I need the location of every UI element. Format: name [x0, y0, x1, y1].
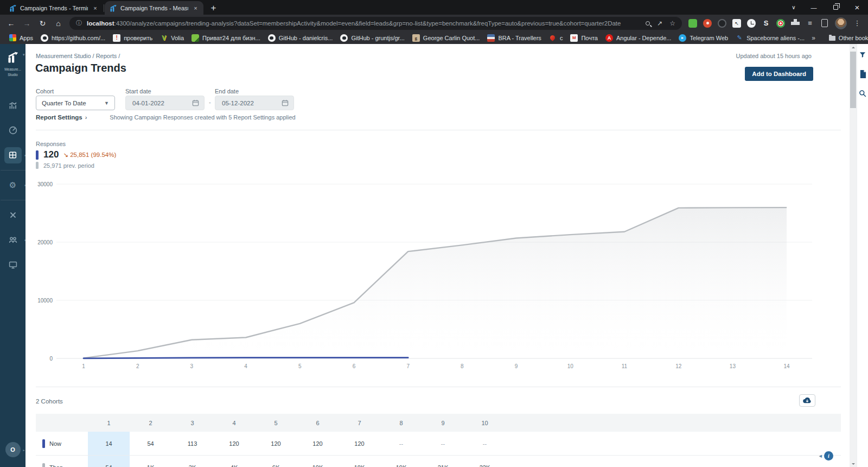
- sidebar-item-analytics[interactable]: [4, 97, 22, 113]
- window-close-button[interactable]: ×: [846, 0, 868, 15]
- zoom-icon[interactable]: [646, 21, 650, 26]
- forward-button[interactable]: →: [20, 16, 34, 30]
- table-cell[interactable]: 14: [88, 432, 130, 455]
- white-cursor-extension-icon[interactable]: ↖: [732, 19, 741, 28]
- info-icon[interactable]: i: [824, 451, 833, 460]
- table-cell[interactable]: --: [380, 432, 422, 455]
- table-cell[interactable]: 21K: [422, 456, 464, 467]
- github-favicon: [41, 34, 48, 42]
- vertical-scrollbar[interactable]: [850, 44, 857, 467]
- window-minimize-button[interactable]: —: [803, 0, 825, 15]
- bookmark-item[interactable]: Приват24 для бизн...: [188, 33, 264, 43]
- bookmark-item[interactable]: !проверить: [109, 33, 156, 43]
- bookmark-item[interactable]: AAngular - Depende...: [602, 33, 675, 43]
- table-cell[interactable]: 113: [171, 432, 213, 455]
- bookmark-star-icon[interactable]: ☆: [669, 20, 675, 27]
- table-header-cell: 4: [213, 414, 255, 432]
- table-cell[interactable]: 10K: [297, 456, 339, 467]
- reload-button[interactable]: ↻: [36, 16, 49, 30]
- table-cell[interactable]: 120: [213, 432, 255, 455]
- table-cell[interactable]: 120: [255, 432, 297, 455]
- bookmarks-overflow-chevron[interactable]: »: [808, 34, 819, 42]
- end-date-input[interactable]: 05-12-2022: [215, 96, 294, 110]
- page-title: Campaign Trends: [35, 62, 126, 74]
- bookmark-item[interactable]: c: [545, 33, 567, 43]
- bookmark-apps[interactable]: Apps: [5, 33, 37, 42]
- browser-tab-terminus-hub[interactable]: Campaign Trends - Terminus Hub ×: [4, 1, 103, 15]
- address-bar[interactable]: ⓘ localhost:4300/analyze/campaigns/trend…: [69, 17, 682, 30]
- document-icon[interactable]: [859, 70, 866, 78]
- tab-close-icon[interactable]: ×: [192, 4, 200, 12]
- table-cell[interactable]: 19K: [380, 456, 422, 467]
- bookmark-item[interactable]: BRA - Travellers: [483, 33, 545, 43]
- bookmark-item[interactable]: gGeorge Carlin Quot...: [409, 33, 484, 43]
- filter-funnel-icon[interactable]: [859, 51, 866, 59]
- table-cell[interactable]: 3K: [171, 456, 213, 467]
- brand-logo[interactable]: ▾: [6, 51, 20, 65]
- bookmark-item[interactable]: ▸Telegram Web: [675, 33, 732, 43]
- sidebar-item-reports[interactable]: ▸: [4, 147, 22, 163]
- table-cell[interactable]: 6K: [255, 456, 297, 467]
- dark-ring-extension-icon[interactable]: [718, 19, 726, 28]
- bookmark-item[interactable]: https://github.com/...: [37, 33, 109, 43]
- table-cell[interactable]: 1K: [130, 456, 171, 467]
- collapse-left-icon[interactable]: ◂: [819, 452, 822, 459]
- green-shield-extension-icon[interactable]: [688, 19, 697, 28]
- new-tab-button[interactable]: +: [207, 1, 220, 15]
- scroll-up-arrow[interactable]: [850, 44, 857, 51]
- add-to-dashboard-button[interactable]: Add to Dashboard: [745, 67, 813, 81]
- s-letter-extension-icon[interactable]: S: [762, 19, 770, 28]
- url-text[interactable]: localhost:4300/analyze/campaigns/trendin…: [87, 20, 640, 27]
- playlist-extension-icon[interactable]: ≡: [806, 19, 814, 28]
- bookmark-item[interactable]: GitHub - gruntjs/gr...: [336, 33, 408, 43]
- search-icon[interactable]: [859, 90, 866, 97]
- breadcrumb[interactable]: Measurement Studio / Reports /: [36, 53, 120, 59]
- sidebar-item-settings[interactable]: ⚙ ▸: [4, 177, 22, 193]
- table-cell[interactable]: 120: [297, 432, 339, 455]
- red-record-extension-icon[interactable]: [703, 19, 712, 28]
- site-info-icon[interactable]: ⓘ: [76, 19, 82, 27]
- table-cell[interactable]: 4K: [213, 456, 255, 467]
- browser-menu-icon[interactable]: ⋮: [853, 19, 861, 28]
- tablet-device-icon[interactable]: [820, 19, 829, 28]
- home-button[interactable]: ⌂: [52, 16, 65, 30]
- table-cell[interactable]: 22K: [464, 456, 506, 467]
- cohort-select[interactable]: Quarter To Date ▼: [36, 96, 115, 110]
- sidebar-item-dashboard[interactable]: [4, 122, 22, 138]
- browser-tab-measurement-studio[interactable]: Campaign Trends - Measuremen ×: [105, 1, 203, 15]
- table-cell[interactable]: 54: [88, 456, 130, 467]
- profile-avatar[interactable]: [835, 17, 847, 29]
- scroll-down-arrow[interactable]: [850, 460, 857, 467]
- bookmark-label: Telegram Web: [690, 35, 728, 41]
- clock-extension-icon[interactable]: [747, 19, 756, 28]
- share-icon[interactable]: ↗: [657, 20, 662, 27]
- tab-search-chevron-icon[interactable]: ∨: [784, 0, 803, 15]
- table-cell[interactable]: 54: [130, 432, 171, 455]
- start-date-label: Start date: [125, 88, 151, 94]
- sidebar-item-tools[interactable]: [4, 207, 22, 223]
- window-restore-button[interactable]: [825, 0, 846, 15]
- colorful-target-extension-icon[interactable]: [776, 19, 785, 28]
- table-cell[interactable]: --: [422, 432, 464, 455]
- table-cell[interactable]: 18K: [339, 456, 380, 467]
- puzzle-extensions-menu-icon[interactable]: [791, 19, 800, 28]
- table-row[interactable]: Now1454113120120120120------: [36, 432, 841, 456]
- bookmark-item[interactable]: GitHub - danielcris...: [264, 33, 337, 43]
- start-date-input[interactable]: 04-01-2022: [125, 96, 205, 110]
- table-cell[interactable]: --: [464, 432, 506, 455]
- table-row[interactable]: Then541K3K4K6K10K18K19K21K22K: [36, 456, 841, 467]
- bookmark-item[interactable]: VVolia: [156, 33, 188, 43]
- now-series-marker: [36, 150, 39, 160]
- bookmark-item[interactable]: ✎Spaceborne aliens -...: [732, 33, 808, 43]
- user-avatar[interactable]: O ▸: [5, 442, 21, 457]
- back-button[interactable]: ←: [4, 16, 18, 30]
- table-cell[interactable]: 120: [339, 432, 380, 455]
- download-button[interactable]: [799, 394, 815, 407]
- sidebar-item-partners[interactable]: ▸: [4, 232, 22, 248]
- scrollbar-thumb[interactable]: [850, 52, 856, 108]
- sidebar-item-presentations[interactable]: [4, 257, 22, 273]
- report-settings-link[interactable]: Report Settings: [36, 114, 82, 121]
- bookmark-item[interactable]: MПочта: [566, 33, 602, 43]
- other-bookmarks-button[interactable]: Other bookmarks: [825, 34, 868, 42]
- tab-close-icon[interactable]: ×: [91, 4, 99, 12]
